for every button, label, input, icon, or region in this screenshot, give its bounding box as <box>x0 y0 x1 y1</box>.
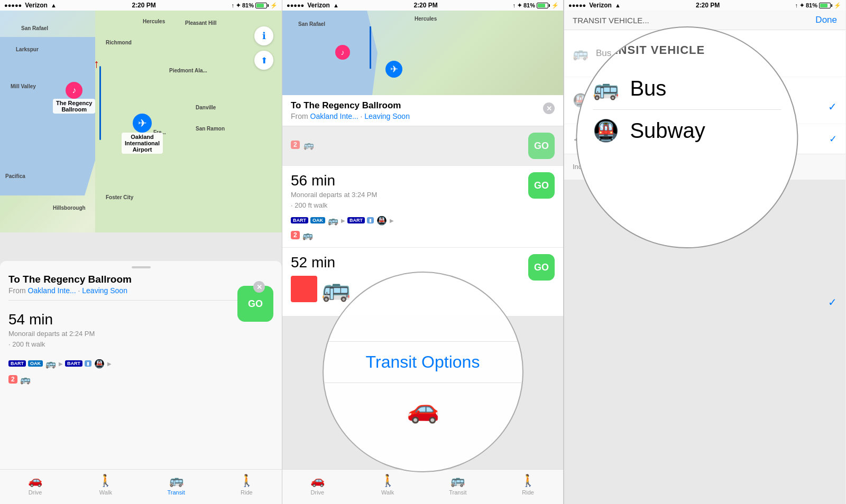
zoom-subway-row[interactable]: 🚇 Subway <box>593 110 781 152</box>
location-icon-3: ↑ <box>795 2 798 8</box>
screen1: ●●●●● Verizon ▲ 2:20 PM ↑ ✦ 81% ⚡ San Ra… <box>0 0 282 504</box>
carrier-label-2: Verizon <box>307 2 330 9</box>
transit-label-2: Transit <box>449 489 466 496</box>
ride-label: Ride <box>241 489 253 496</box>
route1-icons2: 2 🚌 <box>291 229 394 241</box>
location-button[interactable]: ⬆ <box>254 51 273 70</box>
bus-checkmark: ✓ <box>828 100 837 113</box>
bart-badge: BART <box>8 360 26 367</box>
route-detail2: · 200 ft walk <box>8 340 95 349</box>
map-label-pleasanthill: Pleasant Hill <box>185 20 216 26</box>
wifi-icon: ▲ <box>51 2 57 8</box>
nav-walk[interactable]: 🚶 Walk <box>90 474 122 496</box>
nav-drive-2[interactable]: 🚗 Drive <box>301 474 333 496</box>
destination-pin: ♪ The RegencyBallroom <box>53 82 95 114</box>
transit-vehicle-title: TRANSIT VEHICLE... <box>573 16 649 25</box>
status-bar-2: ●●●●● Verizon ▲ 2:20 PM ↑ ✦ 81% ⚡ <box>282 0 563 11</box>
ferry-checkmark-overlay: ✓ <box>828 296 837 309</box>
go-button-2c[interactable]: GO <box>528 254 555 281</box>
zoom-circle: TRANSIT VEHICLE 🚌 Bus 🚇 Subway <box>576 26 798 248</box>
walk-label: Walk <box>99 489 112 496</box>
plane-pin-2: ✈ <box>385 61 402 78</box>
walk-label-2: Walk <box>381 489 394 496</box>
timing-label-2[interactable]: Leaving Soon <box>364 112 410 120</box>
done-button[interactable]: Done <box>815 15 837 25</box>
route2-icon-red <box>291 276 317 302</box>
battery-label-3: 81% <box>806 2 817 8</box>
close-button-2[interactable]: ✕ <box>543 102 555 114</box>
walk-icon-2: 🚶 <box>381 474 395 488</box>
sheet-handle[interactable] <box>132 266 151 268</box>
map-view-1[interactable]: San Rafael Hercules Pleasant Hill Larksp… <box>0 11 282 232</box>
dots-icon-3: ●●●●● <box>568 2 586 8</box>
destination-title-2: To The Regency Ballroom <box>291 100 555 111</box>
destination-sub: From Oakland Inte... · Leaving Soon <box>8 286 273 295</box>
destination-title: To The Regency Ballroom <box>8 274 273 285</box>
location-icon: ↑ <box>231 2 234 8</box>
map-label-fostercity: Foster City <box>106 194 133 200</box>
bluetooth-icon: ✦ <box>236 2 241 9</box>
battery-icon-2 <box>537 3 550 8</box>
destination-header: To The Regency Ballroom From Oakland Int… <box>8 274 273 295</box>
nav-drive[interactable]: 🚗 Drive <box>20 474 51 496</box>
wifi-icon-2: ▲ <box>333 2 339 8</box>
zoom-subway-label: Subway <box>630 119 705 143</box>
transit-options-circle[interactable]: Transit Options 🚗 <box>323 272 523 472</box>
route-badge-2: 2 <box>8 375 17 384</box>
transit-icon-2: 🚌 <box>450 474 465 488</box>
route-arrow-up: ↑ <box>94 57 99 71</box>
destination-sub-2: From Oakland Inte... · Leaving Soon <box>291 112 555 120</box>
map-label-hillsborough: Hillsborough <box>53 205 86 211</box>
map-label-hercules: Hercules <box>143 18 165 24</box>
bluetooth-icon-2: ✦ <box>517 2 522 9</box>
music-icon: ♪ <box>66 82 82 99</box>
zoom-subway-icon: 🚇 <box>593 118 619 143</box>
music-pin-2: ♪ <box>335 45 350 60</box>
bottom-sheet-1: To The Regency Ballroom From Oakland Int… <box>0 261 282 504</box>
bus-icon-2: 🚌 <box>20 374 31 385</box>
charging-icon-2: ⚡ <box>551 2 559 9</box>
transit-label: Transit <box>168 489 185 496</box>
info-button[interactable]: ℹ <box>254 26 273 45</box>
top-bar-3: TRANSIT VEHICLE... Done <box>564 11 845 30</box>
nav-ride-2[interactable]: 🚶 Ride <box>512 474 544 496</box>
map-label-millvalley: Mill Valley <box>11 83 36 89</box>
route1-duration: 56 min <box>291 172 394 189</box>
bottom-nav-1: 🚗 Drive 🚶 Walk 🚌 Transit 🚶 Ride <box>0 469 282 504</box>
status-bar-3: ●●●●● Verizon ▲ 2:20 PM ↑ ✦ 81% ⚡ <box>564 0 845 11</box>
route-item-1[interactable]: 56 min Monorail departs at 3:24 PM · 200… <box>282 166 563 248</box>
nav-ride[interactable]: 🚶 Ride <box>231 474 262 496</box>
zoom-bus-icon: 🚌 <box>593 76 619 101</box>
zoom-circle-content: TRANSIT VEHICLE 🚌 Bus 🚇 Subway <box>577 27 797 247</box>
go-button-2a[interactable]: GO <box>528 133 555 159</box>
from-link[interactable]: Oakland Inte... <box>28 286 76 295</box>
zoom-bus-row[interactable]: 🚌 Bus <box>593 68 781 110</box>
carrier-label-3: Verizon <box>589 2 612 9</box>
timing-label[interactable]: Leaving Soon <box>82 286 127 295</box>
route1-detail: Monorail departs at 3:24 PM <box>291 190 394 200</box>
nav-walk-2[interactable]: 🚶 Walk <box>372 474 403 496</box>
charging-icon-3: ⚡ <box>834 2 841 9</box>
nav-transit[interactable]: 🚌 Transit <box>160 474 192 496</box>
zoom-bus-label: Bus <box>630 77 666 100</box>
ferry-checkmark: ✓ <box>829 133 837 145</box>
route0-badge: 2 <box>291 141 300 149</box>
map-label-sanrafael: San Rafael <box>21 25 48 31</box>
close-button[interactable]: ✕ <box>253 281 265 293</box>
transit-options-label[interactable]: Transit Options <box>366 352 480 372</box>
route-icons-2: 2 🚌 <box>8 374 273 385</box>
from-link-2[interactable]: Oakland Inte... <box>310 112 358 120</box>
map-label-richmond: Richmond <box>106 40 132 45</box>
route1-detail2: · 200 ft walk <box>291 201 394 210</box>
go-button-2b[interactable]: GO <box>528 172 555 199</box>
drive-label: Drive <box>29 489 42 496</box>
ride-icon: 🚶 <box>240 474 254 488</box>
screen2: ●●●●● Verizon ▲ 2:20 PM ↑ ✦ 81% ⚡ San Ra… <box>282 0 564 504</box>
carrier-label: Verizon <box>25 2 48 9</box>
nav-transit-2[interactable]: 🚌 Transit <box>442 474 474 496</box>
route-item-0[interactable]: 2 🚌 GO <box>282 126 563 166</box>
map-label-larkspur: Larkspur <box>16 46 39 52</box>
divider-1 <box>8 300 273 301</box>
map-view-2[interactable]: San Rafael Hercules ♪ ✈ <box>282 11 563 95</box>
circle-divider-top <box>324 341 522 342</box>
